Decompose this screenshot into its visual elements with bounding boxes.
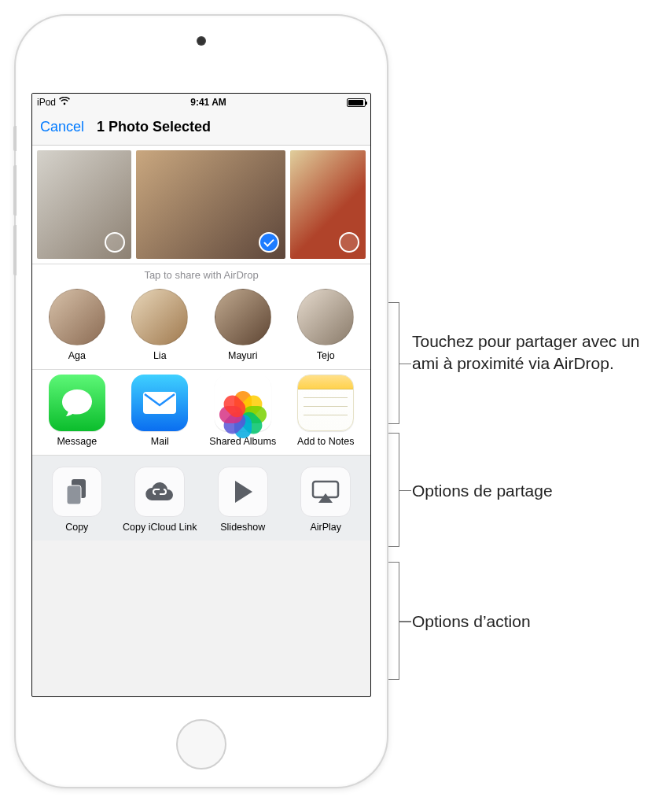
contact-name: Aga: [68, 350, 86, 361]
checkmark-icon[interactable]: [259, 232, 279, 253]
cloud-link-icon: [134, 467, 185, 517]
nav-bar: Cancel 1 Photo Selected: [32, 111, 370, 146]
share-apps-row: Message Mail: [32, 370, 370, 456]
svg-rect-0: [143, 392, 176, 414]
side-button: [13, 126, 17, 151]
avatar-icon: [215, 289, 271, 345]
airplay-icon: [300, 467, 351, 517]
share-app-mail[interactable]: Mail: [120, 375, 199, 447]
status-bar: iPod 9:41 AM: [32, 94, 370, 111]
battery-icon: [347, 98, 366, 107]
callout-airdrop: Touchez pour partager avec un ami à prox…: [412, 330, 648, 375]
select-circle-icon[interactable]: [339, 232, 359, 253]
action-label: Copy iCloud Link: [123, 522, 197, 533]
action-label: AirPlay: [310, 522, 341, 533]
select-circle-icon[interactable]: [105, 232, 125, 253]
app-label: Message: [57, 436, 97, 447]
action-copy-icloud-link[interactable]: Copy iCloud Link: [120, 467, 199, 533]
callout-actions: Options d’action: [412, 611, 531, 633]
messages-icon: [49, 375, 105, 431]
airdrop-caption: Tap to share with AirDrop: [32, 264, 370, 284]
callout-share: Options de partage: [412, 480, 553, 502]
avatar-icon: [131, 289, 188, 345]
copy-icon: [52, 467, 102, 517]
airdrop-contact[interactable]: Tejo: [286, 289, 365, 361]
front-camera-dot: [197, 36, 206, 46]
svg-rect-2: [67, 485, 81, 504]
avatar-icon: [49, 289, 105, 345]
contact-name: Mayuri: [228, 350, 258, 361]
share-app-shared-albums[interactable]: Shared Albums: [204, 375, 282, 447]
app-label: Add to Notes: [297, 436, 354, 447]
nav-title: 1 Photo Selected: [97, 119, 211, 135]
volume-down-button: [13, 225, 17, 275]
share-app-message[interactable]: Message: [38, 375, 116, 447]
airdrop-contact[interactable]: Aga: [38, 289, 116, 361]
callout-bracket: [388, 433, 399, 547]
action-slideshow[interactable]: Slideshow: [204, 467, 282, 533]
cancel-button[interactable]: Cancel: [40, 119, 84, 135]
photo-thumb[interactable]: [37, 150, 131, 259]
device-frame: iPod 9:41 AM Cancel 1 Photo Selected Tap…: [16, 16, 387, 787]
app-label: Mail: [151, 436, 169, 447]
clock-label: 9:41 AM: [70, 97, 347, 108]
airdrop-contact[interactable]: Mayuri: [204, 289, 282, 361]
volume-up-button: [13, 165, 17, 216]
action-label: Copy: [65, 522, 88, 533]
screen: iPod 9:41 AM Cancel 1 Photo Selected Tap…: [31, 93, 371, 697]
actions-row: Copy Copy iCloud Link Slideshow AirPlay: [32, 456, 370, 541]
share-app-add-to-notes[interactable]: Add to Notes: [286, 375, 365, 447]
contact-name: Lia: [153, 350, 167, 361]
action-copy[interactable]: Copy: [38, 467, 116, 533]
airdrop-contact[interactable]: Lia: [120, 289, 199, 361]
callout-bracket: [388, 302, 399, 424]
contact-name: Tejo: [317, 350, 335, 361]
photos-icon: [215, 375, 271, 431]
action-airplay[interactable]: AirPlay: [286, 467, 365, 533]
action-label: Slideshow: [220, 522, 265, 533]
wifi-icon: [59, 97, 70, 108]
photo-thumb[interactable]: [290, 150, 366, 259]
photo-strip: [32, 146, 370, 264]
airdrop-row: Aga Lia Mayuri Tejo: [32, 284, 370, 370]
avatar-icon: [297, 289, 354, 345]
carrier-label: iPod: [37, 97, 56, 108]
home-button[interactable]: [176, 719, 226, 770]
notes-icon: [297, 375, 354, 431]
play-icon: [218, 467, 268, 517]
callout-bracket: [388, 562, 399, 680]
photo-thumb[interactable]: [136, 150, 285, 259]
mail-icon: [131, 375, 188, 431]
